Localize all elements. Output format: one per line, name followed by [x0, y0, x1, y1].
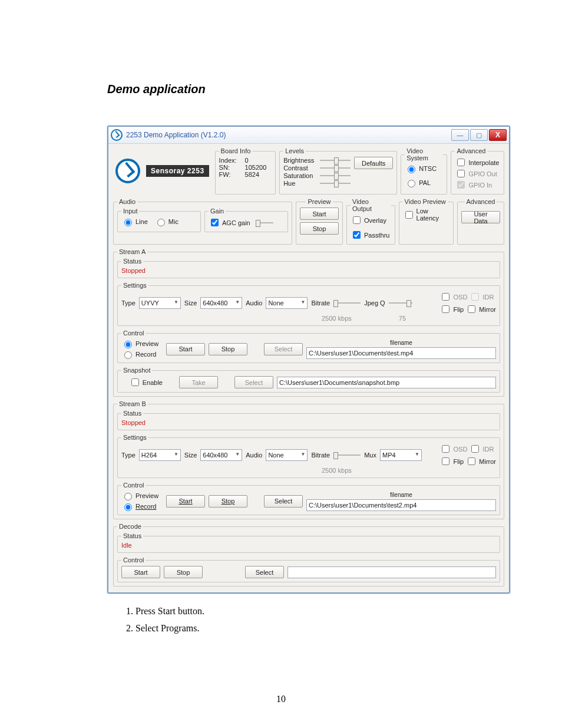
stream-b-control: Control Preview Record Start Stop Select… — [117, 482, 500, 515]
stream-b-stop-button[interactable]: Stop — [209, 495, 247, 508]
stream-b-audio-select[interactable]: None — [266, 449, 308, 461]
decode-group: Decode Status Idle Control Start Stop Se… — [113, 523, 504, 587]
label: Size — [184, 452, 197, 459]
decode-status-text: Idle — [121, 542, 496, 549]
mic-radio[interactable]: Mic — [154, 217, 178, 226]
video-output-legend: Video Output — [351, 198, 391, 212]
stream-a-control: Control Preview Record Start Stop Select… — [117, 330, 500, 363]
label: Flip — [453, 458, 464, 465]
label: Size — [184, 299, 197, 307]
label: IDR — [482, 446, 494, 453]
stream-a-legend: Stream A — [117, 248, 147, 255]
value: 0 — [245, 157, 249, 164]
minimize-button[interactable]: — — [451, 129, 469, 141]
stream-a-size-select[interactable]: 640x480 — [200, 297, 242, 309]
stream-b-start-button[interactable]: Start — [166, 495, 205, 508]
ntsc-radio[interactable]: NTSC — [405, 164, 437, 173]
low-latency-check[interactable]: Low Latency — [403, 207, 449, 222]
video-system-group: Video System NTSC PAL — [401, 147, 447, 195]
stream-a-filename-field[interactable]: C:\Users\user1\Documents\test.mp4 — [306, 347, 496, 359]
gain-legend: Gain — [209, 207, 226, 215]
stream-a-snapshot: Snapshot Enable Take Select C:\Users\use… — [117, 367, 500, 393]
label: Preview — [135, 340, 158, 347]
stream-b-record-radio[interactable]: Record — [121, 502, 163, 511]
stream-a-mirror-check[interactable]: Mirror — [465, 304, 496, 315]
snapshot-filename-field[interactable]: C:\Users\user1\Documents\snapshot.bmp — [277, 377, 496, 388]
stream-b-legend: Stream B — [117, 400, 148, 407]
stream-a-select-button: Select — [264, 343, 303, 355]
saturation-slider[interactable] — [320, 172, 351, 179]
stream-a-preview-radio[interactable]: Preview — [121, 339, 163, 348]
label: Line — [135, 218, 148, 225]
stream-b-idr-check[interactable]: IDR — [469, 443, 494, 454]
preview-legend: Preview — [306, 198, 332, 205]
label: Mux — [364, 452, 376, 459]
stream-b-preview-radio[interactable]: Preview — [121, 491, 163, 500]
stream-b-filename-field[interactable]: C:\Users\user1\Documents\test2.mp4 — [306, 499, 496, 511]
decode-control: Control Start Stop Select — [117, 556, 500, 582]
levels-legend: Levels — [283, 147, 306, 154]
label: Index: — [219, 157, 242, 164]
stream-b-mux-select[interactable]: MP4 — [380, 449, 422, 461]
stream-b-bitrate-slider[interactable] — [333, 454, 361, 456]
brightness-slider[interactable] — [320, 157, 351, 164]
audio-gain-group: Gain AGC gain — [204, 207, 288, 232]
label: Interpolate — [468, 159, 499, 166]
passthru-check[interactable]: Passthru — [351, 229, 389, 241]
stream-a-flip-check[interactable]: Flip — [439, 304, 464, 315]
settings-legend: Settings — [121, 434, 148, 441]
decode-filename-field[interactable] — [287, 566, 496, 578]
preview-stop-button[interactable]: Stop — [300, 222, 339, 235]
stream-a-jpegq-slider — [389, 302, 412, 304]
video-system-legend: Video System — [405, 147, 443, 162]
stream-a-stop-button[interactable]: Stop — [209, 343, 247, 355]
stream-a-type-select[interactable]: UYVY — [139, 297, 181, 309]
pal-radio[interactable]: PAL — [405, 178, 431, 187]
decode-stop-button[interactable]: Stop — [164, 566, 203, 578]
close-button[interactable]: X — [489, 129, 507, 141]
maximize-button[interactable]: ▢ — [470, 129, 488, 141]
label: GPIO Out — [468, 170, 497, 177]
instruction-step: Select Programs. — [135, 620, 509, 636]
advanced-right-legend: Advanced — [465, 198, 497, 205]
app-window: 2253 Demo Application (V1.2.0) — ▢ X Sen… — [107, 126, 510, 594]
defaults-button[interactable]: Defaults — [354, 157, 393, 169]
app-icon — [111, 129, 123, 141]
advanced-legend: Advanced — [455, 147, 487, 154]
decode-start-button[interactable]: Start — [121, 566, 160, 578]
preview-group: Preview Start Stop — [296, 198, 343, 245]
contrast-slider[interactable] — [320, 164, 351, 172]
user-data-button[interactable]: User Data — [461, 211, 500, 223]
overlay-check[interactable]: Overlay — [351, 215, 386, 226]
board-info-group: Board Info Index:0 SN:105200 FW:5824 — [215, 147, 276, 195]
hue-slider[interactable] — [320, 180, 351, 187]
stream-b-osd-check[interactable]: OSD — [439, 443, 467, 454]
stream-a-start-button[interactable]: Start — [166, 343, 205, 355]
decode-select-button[interactable]: Select — [245, 566, 284, 578]
gpio-out-check[interactable]: GPIO Out — [455, 168, 497, 179]
label: Passthru — [364, 232, 389, 239]
window-title: 2253 Demo Application (V1.2.0) — [126, 131, 450, 139]
instructions-list: Press Start button. Select Programs. — [107, 603, 509, 636]
stream-b-flip-check[interactable]: Flip — [439, 456, 464, 467]
value: 105200 — [245, 164, 267, 171]
label: Enable — [143, 379, 163, 386]
label: AGC gain — [222, 219, 250, 226]
stream-b-mirror-check[interactable]: Mirror — [465, 456, 496, 467]
snapshot-enable-check[interactable]: Enable — [129, 377, 163, 388]
preview-start-button[interactable]: Start — [300, 207, 339, 220]
stream-a-bitrate-slider — [333, 302, 361, 304]
stream-b-status: Status Stopped — [117, 410, 500, 430]
stream-a-record-radio[interactable]: Record — [121, 350, 163, 359]
stream-b-status-text: Stopped — [121, 419, 496, 426]
stream-a-osd-check[interactable]: OSD — [439, 291, 467, 302]
decode-status: Status Idle — [117, 532, 500, 553]
stream-b-type-select[interactable]: H264 — [139, 449, 181, 461]
line-radio[interactable]: Line — [121, 217, 148, 226]
stream-a-audio-select[interactable]: None — [266, 297, 308, 309]
stream-b-size-select[interactable]: 640x480 — [200, 449, 242, 461]
stream-b-select-button[interactable]: Select — [264, 495, 303, 508]
gain-slider[interactable] — [256, 222, 273, 223]
interpolate-check[interactable]: Interpolate — [455, 157, 499, 168]
agc-check[interactable]: AGC gain — [209, 217, 273, 228]
